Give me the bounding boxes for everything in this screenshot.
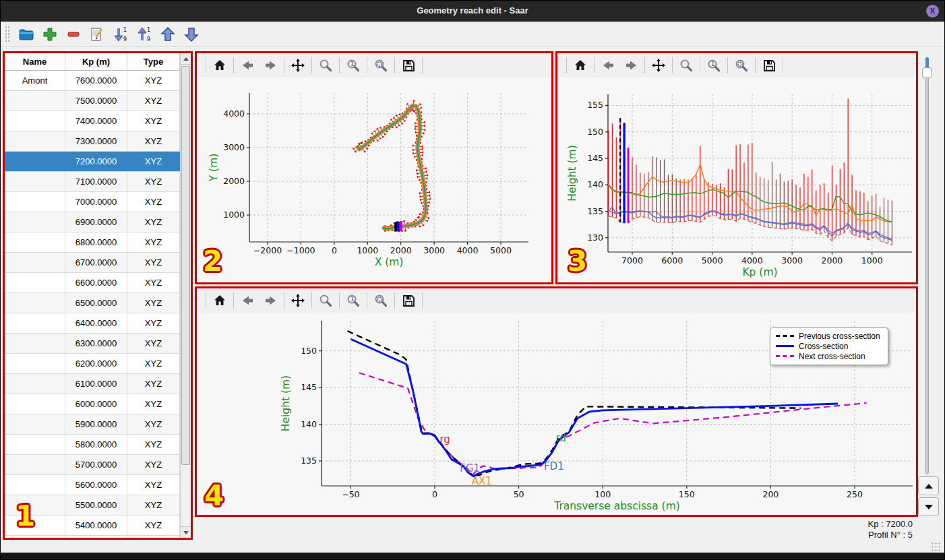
home-button[interactable] xyxy=(208,290,231,311)
table-row[interactable]: 7500.0000XYZ xyxy=(5,91,180,111)
header-kp[interactable]: Kp (m) xyxy=(65,53,127,70)
table-row[interactable]: 6500.0000XYZ xyxy=(5,293,180,313)
toolbar-drag-handle[interactable] xyxy=(5,26,10,43)
svg-text:5000: 5000 xyxy=(702,255,723,266)
scroll-down-button[interactable] xyxy=(181,526,191,538)
toolbar-separator xyxy=(644,57,645,73)
table-row[interactable]: 6800.0000XYZ xyxy=(5,232,180,253)
svg-text:140: 140 xyxy=(587,179,603,189)
table-row[interactable]: 7100.0000XYZ xyxy=(5,172,180,192)
pan-button[interactable] xyxy=(286,290,309,311)
forward-button[interactable] xyxy=(619,55,642,75)
zoom-one-button[interactable]: 1 xyxy=(342,55,365,75)
forward-button[interactable] xyxy=(259,290,282,311)
save-icon xyxy=(401,58,416,73)
table-cell xyxy=(5,394,65,414)
profile-view-chart[interactable]: 7000600050004000300020001000130135140145… xyxy=(557,77,916,282)
table-row[interactable]: 7300.0000XYZ xyxy=(5,131,180,152)
cross-section-legend: Previous cross-sectionCross-sectionNext … xyxy=(770,328,888,365)
svg-text:3000: 3000 xyxy=(781,255,803,266)
zoom-button[interactable] xyxy=(314,55,337,75)
sort-ascending-button[interactable]: 19 xyxy=(133,24,155,44)
pan-icon xyxy=(291,293,305,308)
sort-descending-button[interactable]: 19 xyxy=(110,24,131,44)
svg-text:−1000: −1000 xyxy=(286,245,315,255)
table-row[interactable]: 6400.0000XYZ xyxy=(5,313,180,334)
zoom-one-button[interactable]: 1 xyxy=(342,290,365,311)
zoom-auto-icon xyxy=(734,58,749,73)
table-row[interactable]: 5600.0000XYZ xyxy=(5,475,180,495)
table-row[interactable]: 6900.0000XYZ xyxy=(5,212,180,232)
toolbar-separator xyxy=(755,57,756,73)
plus-icon xyxy=(41,26,59,43)
table-cell: XYZ xyxy=(127,374,180,394)
edit-section-button[interactable] xyxy=(86,24,108,44)
svg-text:1: 1 xyxy=(350,61,355,67)
plan-view-chart[interactable]: −2000−1000010002000300040005000100020003… xyxy=(197,77,551,282)
toolbar-separator xyxy=(422,57,423,73)
forward-button[interactable] xyxy=(259,55,282,75)
table-row[interactable]: 7000.0000XYZ xyxy=(5,192,180,212)
home-button[interactable] xyxy=(208,55,231,75)
table-scrollbar[interactable] xyxy=(180,53,191,538)
save-button[interactable] xyxy=(397,290,420,311)
back-button[interactable] xyxy=(236,55,259,75)
save-button[interactable] xyxy=(758,55,781,75)
pan-button[interactable] xyxy=(647,55,670,75)
move-up-button[interactable] xyxy=(157,24,179,44)
svg-text:1: 1 xyxy=(147,27,150,33)
previous-profile-button[interactable] xyxy=(918,476,939,495)
pan-button[interactable] xyxy=(286,55,309,75)
header-name[interactable]: Name xyxy=(5,53,65,70)
sort-ascending-icon: 19 xyxy=(135,26,153,43)
svg-text:1: 1 xyxy=(350,296,355,303)
table-row[interactable]: 5700.0000XYZ xyxy=(5,455,180,475)
svg-text:2000: 2000 xyxy=(223,176,245,186)
zoom-button[interactable] xyxy=(675,55,698,75)
close-button[interactable]: X xyxy=(926,5,939,18)
move-down-button[interactable] xyxy=(181,24,202,44)
table-row[interactable]: 5800.0000XYZ xyxy=(5,435,180,455)
header-type[interactable]: Type xyxy=(127,53,180,70)
main-toolbar: 19 19 xyxy=(1,22,944,47)
svg-text:1000: 1000 xyxy=(861,255,883,266)
add-section-button[interactable] xyxy=(39,24,61,44)
zoom-auto-button[interactable] xyxy=(369,290,392,311)
scrollbar-thumb[interactable] xyxy=(181,66,190,465)
table-row[interactable]: 6700.0000XYZ xyxy=(5,253,180,273)
svg-text:9: 9 xyxy=(123,36,127,42)
next-profile-button[interactable] xyxy=(918,497,939,516)
save-button[interactable] xyxy=(397,55,420,75)
profile-slider-handle[interactable] xyxy=(922,67,932,78)
status-profil: Profil N° : 5 xyxy=(868,530,913,540)
table-row[interactable]: 6600.0000XYZ xyxy=(5,273,180,293)
back-button[interactable] xyxy=(236,290,259,311)
zoom-one-icon: 1 xyxy=(346,293,361,308)
open-folder-button[interactable] xyxy=(16,24,37,44)
table-row[interactable]: 6200.0000XYZ xyxy=(5,354,180,374)
zoom-button[interactable] xyxy=(314,290,337,311)
table-row[interactable]: 6300.0000XYZ xyxy=(5,334,180,354)
table-row[interactable]: 7200.0000XYZ xyxy=(5,152,180,172)
table-row[interactable]: 6100.0000XYZ xyxy=(5,374,180,394)
table-row[interactable]: Amont7600.0000XYZ xyxy=(5,71,180,91)
zoom-one-button[interactable]: 1 xyxy=(702,55,725,75)
edit-icon xyxy=(88,26,106,43)
resize-grip[interactable] xyxy=(931,542,942,551)
table-row[interactable]: 6000.0000XYZ xyxy=(5,394,180,414)
scroll-up-button[interactable] xyxy=(181,53,191,65)
profile-slider-track[interactable] xyxy=(925,57,929,474)
back-button[interactable] xyxy=(597,55,619,75)
toolbar-separator xyxy=(700,57,700,73)
table-row[interactable]: 5900.0000XYZ xyxy=(5,414,180,435)
annotation-FG1: FG1 xyxy=(460,462,480,474)
toolbar-separator xyxy=(367,292,367,309)
remove-section-button[interactable] xyxy=(63,24,84,44)
toolbar-separator xyxy=(311,292,312,309)
svg-text:0: 0 xyxy=(332,245,337,255)
home-button[interactable] xyxy=(569,55,592,75)
table-row[interactable]: 7400.0000XYZ xyxy=(5,111,180,131)
zoom-auto-button[interactable] xyxy=(730,55,753,75)
table-row[interactable]: 5300.0000XYZ xyxy=(5,536,180,538)
zoom-auto-button[interactable] xyxy=(369,55,392,75)
